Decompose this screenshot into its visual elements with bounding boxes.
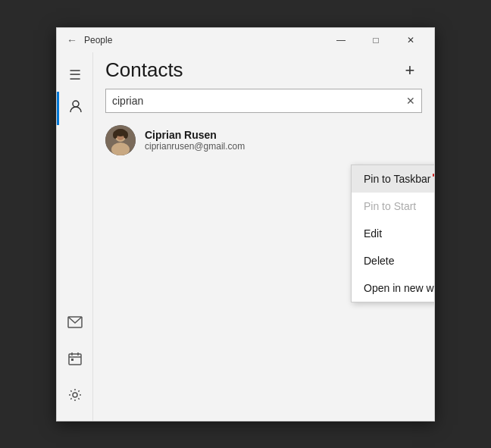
svg-point-13 bbox=[113, 131, 117, 139]
svg-point-7 bbox=[73, 393, 77, 397]
maximize-button[interactable]: □ bbox=[358, 28, 393, 52]
context-menu: Pin to Taskbar Pin to Start Edit Delete … bbox=[351, 164, 434, 302]
context-menu-open-new-window[interactable]: Open in new window bbox=[352, 274, 434, 302]
window-title: People bbox=[84, 35, 324, 45]
hamburger-menu-icon[interactable]: ☰ bbox=[57, 58, 93, 92]
arrow-indicator bbox=[433, 164, 434, 189]
add-contact-button[interactable]: + bbox=[398, 58, 422, 83]
svg-point-14 bbox=[124, 131, 128, 139]
main-content: Contacts + ✕ bbox=[93, 52, 434, 421]
minimize-button[interactable]: — bbox=[324, 28, 358, 52]
back-button[interactable]: ← bbox=[63, 31, 81, 49]
context-menu-edit[interactable]: Edit bbox=[352, 220, 434, 247]
contact-name: Ciprian Rusen bbox=[145, 129, 245, 141]
svg-rect-6 bbox=[71, 359, 73, 361]
page-title: Contacts bbox=[105, 58, 183, 82]
svg-point-0 bbox=[73, 101, 79, 107]
context-menu-delete[interactable]: Delete bbox=[352, 247, 434, 274]
sidebar-top: ☰ bbox=[57, 52, 92, 305]
close-button[interactable]: ✕ bbox=[393, 28, 428, 52]
context-menu-pin-taskbar[interactable]: Pin to Taskbar bbox=[352, 165, 434, 193]
context-menu-pin-start: Pin to Start bbox=[352, 193, 434, 220]
title-bar: ← People — □ ✕ bbox=[57, 28, 434, 52]
calendar-icon[interactable] bbox=[57, 342, 93, 375]
sidebar: ☰ bbox=[57, 52, 93, 421]
contacts-header: Contacts + bbox=[93, 52, 434, 86]
contact-info: Ciprian Rusen ciprianrusen@gmail.com bbox=[145, 129, 245, 152]
svg-rect-2 bbox=[69, 354, 81, 365]
app-body: ☰ bbox=[57, 52, 434, 421]
sidebar-item-contacts[interactable] bbox=[57, 92, 93, 125]
app-window: ← People — □ ✕ ☰ bbox=[56, 27, 435, 421]
search-bar: ✕ bbox=[105, 89, 422, 113]
search-input[interactable] bbox=[112, 95, 406, 107]
sidebar-bottom bbox=[57, 305, 92, 421]
search-clear-button[interactable]: ✕ bbox=[406, 95, 415, 107]
svg-marker-15 bbox=[433, 166, 434, 184]
avatar bbox=[105, 125, 136, 155]
back-icon: ← bbox=[67, 34, 77, 46]
hamburger-icon: ☰ bbox=[69, 67, 81, 83]
window-controls: — □ ✕ bbox=[324, 28, 428, 52]
contact-item[interactable]: Ciprian Rusen ciprianrusen@gmail.com bbox=[93, 119, 434, 161]
mail-icon[interactable] bbox=[57, 305, 93, 339]
person-icon bbox=[68, 99, 83, 117]
contact-email: ciprianrusen@gmail.com bbox=[145, 141, 245, 152]
settings-icon[interactable] bbox=[57, 378, 93, 412]
